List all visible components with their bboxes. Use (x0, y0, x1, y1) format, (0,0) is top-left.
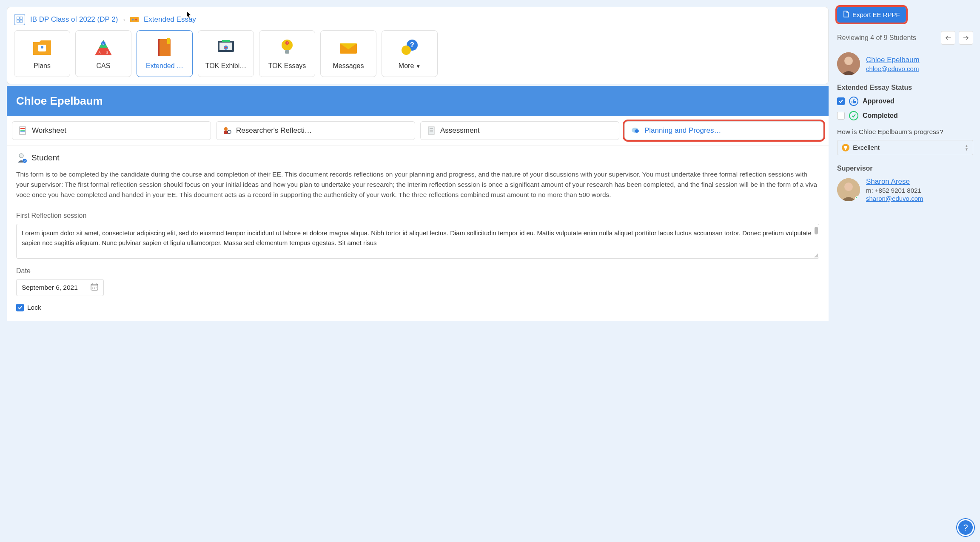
date-label: Date (16, 267, 819, 275)
supervisor-avatar (837, 178, 860, 201)
presentation-icon (216, 37, 236, 58)
tab-worksheet[interactable]: Worksheet (12, 121, 211, 140)
tabs-row: Worksheet Researcher's Reflecti… Assessm… (7, 116, 829, 145)
student-name-header: Chloe Epelbaum (7, 86, 829, 116)
triangle-icon: CAS (93, 37, 114, 58)
svg-rect-2 (17, 20, 19, 23)
review-count-text: Reviewing 4 of 9 Students (837, 34, 916, 42)
svg-rect-3 (20, 20, 23, 23)
student-name-link[interactable]: Chloe Epelbaum (866, 56, 920, 64)
svg-point-26 (402, 46, 411, 55)
svg-rect-1 (20, 17, 23, 19)
svg-point-8 (41, 46, 43, 48)
chevron-down-icon: ▼ (416, 63, 421, 69)
speech-icon (631, 126, 640, 135)
prev-student-button[interactable] (941, 31, 955, 45)
svg-point-54 (844, 57, 853, 65)
assessment-icon (427, 126, 436, 135)
supervisor-block: Sharon Arese m: +852 9201 8021 sharon@ed… (837, 177, 973, 202)
breadcrumb-page[interactable]: Extended Essay (144, 15, 196, 24)
svg-point-52 (94, 288, 95, 289)
breadcrumb-separator: › (123, 16, 125, 23)
status-completed-row: Completed (837, 111, 973, 120)
section-description: This form is to be completed by the cand… (16, 169, 819, 200)
svg-point-41 (19, 154, 23, 158)
date-value: September 6, 2021 (22, 284, 78, 291)
svg-text:C: C (103, 43, 105, 45)
content-body: ? Student This form is to be completed b… (7, 145, 829, 321)
svg-text:!: ! (287, 42, 288, 45)
reflection-label: First Reflection session (16, 212, 819, 220)
nav-card-plans[interactable]: Plans (14, 30, 70, 77)
nav-card-label: Messages (333, 62, 364, 70)
svg-point-48 (92, 287, 93, 288)
nav-card-extended-essay[interactable]: Extended … (137, 30, 193, 77)
approved-checkbox[interactable] (837, 97, 845, 105)
next-student-button[interactable] (959, 31, 973, 45)
date-input[interactable]: September 6, 2021 (16, 279, 104, 296)
svg-rect-19 (222, 40, 230, 42)
nav-card-cas[interactable]: CAS CAS (75, 30, 131, 77)
svg-rect-29 (20, 128, 25, 129)
lock-row: Lock (16, 304, 819, 311)
completed-checkbox[interactable] (837, 112, 845, 120)
student-email-link[interactable]: chloe@eduvo.com (866, 65, 920, 72)
question-icon: ? (399, 37, 420, 58)
class-icon (130, 16, 139, 23)
svg-point-5 (132, 19, 134, 20)
nav-card-row: Plans CAS CAS Extended … (14, 30, 821, 77)
status-heading: Extended Essay Status (837, 84, 973, 91)
nav-card-label: Extended … (146, 62, 183, 70)
svg-text:?: ? (410, 41, 414, 48)
scrollbar-thumb[interactable] (815, 227, 818, 234)
folder-icon (32, 37, 52, 58)
svg-rect-0 (17, 17, 19, 19)
lock-checkbox[interactable] (16, 304, 24, 311)
svg-rect-30 (20, 130, 25, 131)
tab-researchers-reflection[interactable]: Researcher's Reflecti… (216, 121, 415, 140)
thumbs-up-icon (849, 97, 858, 106)
tab-label: Researcher's Reflecti… (236, 126, 312, 135)
tab-assessment[interactable]: Assessment (420, 121, 619, 140)
breadcrumb: IB DP Class of 2022 (DP 2) › Extended Es… (14, 12, 821, 30)
worksheet-icon (18, 126, 28, 135)
calendar-icon (91, 283, 98, 292)
tab-label: Worksheet (32, 126, 66, 135)
svg-point-34 (228, 130, 231, 134)
top-navigation-card: IB DP Class of 2022 (DP 2) › Extended Es… (7, 7, 829, 84)
svg-point-49 (94, 287, 95, 288)
nav-card-tok-essays[interactable]: ! TOK Essays (259, 30, 315, 77)
trophy-icon (842, 144, 849, 151)
svg-point-32 (224, 127, 228, 131)
lightbulb-icon: ! (277, 37, 297, 58)
student-icon: ? (16, 152, 27, 163)
svg-point-51 (92, 288, 93, 289)
student-block: Chloe Epelbaum chloe@eduvo.com (837, 52, 973, 75)
tab-label: Planning and Progres… (644, 126, 721, 135)
breadcrumb-class[interactable]: IB DP Class of 2022 (DP 2) (30, 15, 118, 24)
envelope-icon (338, 37, 359, 58)
document-icon (843, 11, 849, 19)
nav-card-tok-exhibition[interactable]: TOK Exhibi… (198, 30, 254, 77)
svg-point-56 (844, 183, 853, 191)
lock-label: Lock (27, 304, 41, 311)
nav-card-more[interactable]: ? More▼ (382, 30, 438, 77)
svg-rect-15 (167, 38, 170, 44)
researcher-icon (222, 126, 232, 135)
svg-point-40 (635, 129, 639, 133)
progress-question: How is Chloe Epelbaum's progress? (837, 128, 973, 136)
nav-card-messages[interactable]: Messages (320, 30, 376, 77)
nav-card-label: CAS (97, 62, 111, 70)
progress-select[interactable]: Excellent ▲▼ (837, 140, 973, 155)
supervisor-name-link[interactable]: Sharon Arese (866, 177, 923, 186)
export-label: Export EE RPPF (852, 11, 900, 18)
review-row: Reviewing 4 of 9 Students (837, 31, 973, 45)
svg-rect-21 (285, 50, 289, 54)
export-rppf-button[interactable]: Export EE RPPF (837, 7, 906, 23)
supervisor-phone: m: +852 9201 8021 (866, 187, 923, 194)
supervisor-email-link[interactable]: sharon@eduvo.com (866, 195, 923, 202)
svg-point-20 (282, 40, 293, 51)
reflection-textarea[interactable]: Lorem ipsum dolor sit amet, consectetur … (16, 224, 819, 259)
dashboard-icon[interactable] (14, 14, 25, 25)
tab-planning-progress[interactable]: Planning and Progres… (624, 121, 823, 140)
